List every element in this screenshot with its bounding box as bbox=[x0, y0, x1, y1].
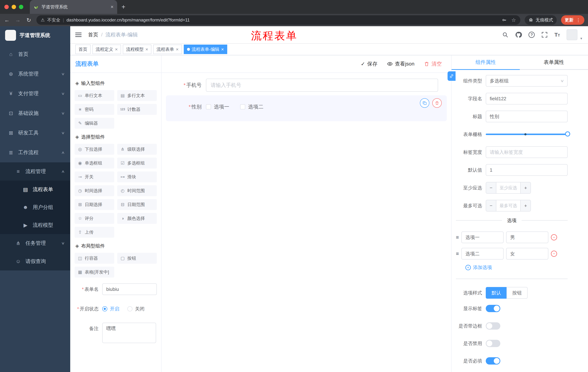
default-value-input[interactable] bbox=[486, 164, 568, 176]
add-option-button[interactable]: + 添加选项 bbox=[465, 264, 568, 271]
status-radio-off[interactable]: 关闭 bbox=[127, 306, 145, 312]
sidebar-item-process-management[interactable]: ≡ 流程管理 ∧ bbox=[0, 162, 70, 181]
forward-icon[interactable]: → bbox=[15, 17, 21, 23]
sidebar-item-process-model[interactable]: ▶ 流程模型 bbox=[0, 216, 70, 234]
field-name-input[interactable] bbox=[486, 93, 568, 105]
sidebar-item-process-form[interactable]: ▤ 流程表单 bbox=[0, 181, 70, 198]
form-remark-textarea[interactable]: 嘿嘿 bbox=[102, 323, 156, 343]
option-1-value-input[interactable] bbox=[506, 232, 548, 243]
decrease-button[interactable]: − bbox=[486, 200, 496, 211]
palette-item-color-picker[interactable]: ◑颜色选择 bbox=[117, 213, 157, 224]
option-2-value-input[interactable] bbox=[506, 248, 548, 260]
back-icon[interactable]: ← bbox=[4, 17, 10, 23]
palette-item-cascader[interactable]: ⋔级联选择 bbox=[117, 144, 157, 155]
link-tag[interactable] bbox=[448, 71, 456, 81]
min-select-input[interactable] bbox=[496, 182, 520, 193]
sidebar-item-user-group[interactable]: ☻ 用户分组 bbox=[0, 198, 70, 216]
show-label-toggle[interactable] bbox=[486, 305, 500, 312]
close-window-button[interactable] bbox=[4, 5, 9, 9]
sidebar-item-task-management[interactable]: ⋔ 任务管理 ∨ bbox=[0, 234, 70, 252]
browser-tab[interactable]: 芋道管理系统 × bbox=[30, 0, 117, 14]
field-gender-selected[interactable]: *性别 选项一 选项二 bbox=[166, 95, 447, 121]
option-2-label-input[interactable] bbox=[461, 248, 504, 260]
drag-handle-icon[interactable]: ≡ bbox=[456, 251, 459, 257]
palette-item-editor[interactable]: ✎编辑器 bbox=[74, 118, 114, 129]
drag-handle-icon[interactable]: ≡ bbox=[456, 234, 459, 240]
fullscreen-icon[interactable] bbox=[541, 32, 548, 38]
style-default-button[interactable]: 默认 bbox=[486, 287, 507, 299]
decrease-button[interactable]: − bbox=[486, 182, 496, 193]
max-select-input[interactable] bbox=[496, 200, 520, 211]
tab-component-props[interactable]: 组件属性 bbox=[452, 55, 520, 70]
delete-field-button[interactable] bbox=[432, 98, 442, 108]
new-tab-button[interactable]: + bbox=[122, 3, 125, 11]
sidebar-item-payment[interactable]: ¥ 支付管理 ∨ bbox=[0, 84, 70, 103]
save-button[interactable]: ✓ 保存 bbox=[361, 60, 377, 67]
view-json-button[interactable]: 查看json bbox=[387, 60, 414, 67]
palette-item-checkbox-group[interactable]: ☑多选框组 bbox=[117, 158, 157, 169]
palette-item-single-text[interactable]: ▭单行文本 bbox=[74, 90, 114, 101]
sidebar-item-devtools[interactable]: ⊠ 研发工具 ∨ bbox=[0, 123, 70, 143]
copy-field-button[interactable] bbox=[420, 98, 429, 108]
github-icon[interactable] bbox=[515, 31, 522, 38]
component-type-select[interactable]: 多选框组 ∨ bbox=[486, 75, 568, 87]
palette-item-time-picker[interactable]: ◷时间选择 bbox=[74, 185, 114, 196]
palette-item-date-picker[interactable]: ⊞日期选择 bbox=[74, 199, 114, 210]
tab-close-icon[interactable]: × bbox=[111, 4, 114, 10]
grid-slider[interactable] bbox=[486, 128, 568, 140]
title-input[interactable] bbox=[486, 111, 568, 122]
option-1-label-input[interactable] bbox=[461, 232, 504, 243]
key-icon[interactable] bbox=[502, 17, 507, 23]
style-button-button[interactable]: 按钮 bbox=[506, 287, 528, 299]
update-button[interactable]: 更新 ⋮ bbox=[561, 15, 584, 25]
palette-item-switch[interactable]: ⊸开关 bbox=[74, 171, 114, 182]
maximize-window-button[interactable] bbox=[19, 5, 23, 9]
checkbox-option-2[interactable]: 选项二 bbox=[240, 103, 263, 110]
palette-item-time-range[interactable]: ◴时间范围 bbox=[117, 185, 157, 196]
border-toggle[interactable] bbox=[486, 322, 500, 329]
palette-item-table[interactable]: ▦表格[开发中] bbox=[74, 267, 114, 277]
form-name-input[interactable] bbox=[102, 283, 157, 295]
url-text[interactable]: dashboard.yudao.iocoder.cn/bpm/manager/f… bbox=[67, 18, 190, 22]
text-size-icon[interactable]: TT bbox=[554, 32, 560, 38]
required-toggle[interactable] bbox=[486, 357, 500, 364]
reload-icon[interactable]: ↻ bbox=[25, 17, 32, 23]
slider-handle[interactable] bbox=[565, 131, 570, 137]
palette-item-radio-group[interactable]: ◉单选框组 bbox=[74, 158, 114, 169]
avatar-caret-icon[interactable]: ▾ bbox=[580, 36, 582, 41]
sidebar-item-workflow[interactable]: ≣ 工作流程 ∧ bbox=[0, 143, 70, 162]
palette-item-rate[interactable]: ☆评分 bbox=[74, 213, 114, 224]
sidebar-item-system[interactable]: ⊛ 系统管理 ∨ bbox=[0, 64, 70, 84]
field-phone[interactable]: *手机号 bbox=[166, 79, 447, 92]
checkbox-option-1[interactable]: 选项一 bbox=[206, 103, 229, 110]
address-bar[interactable]: ⚠ 不安全 | dashboard.yudao.iocoder.cn/bpm/m… bbox=[36, 15, 520, 25]
palette-item-select[interactable]: ◎下拉选择 bbox=[74, 144, 114, 155]
breadcrumb-home[interactable]: 首页 bbox=[88, 31, 98, 38]
increase-button[interactable]: + bbox=[520, 182, 531, 193]
tag-close-icon[interactable]: × bbox=[115, 47, 118, 52]
remove-option-button[interactable]: − bbox=[551, 234, 557, 240]
search-icon[interactable] bbox=[502, 32, 508, 38]
bookmark-star-icon[interactable]: ☆ bbox=[511, 17, 516, 23]
tag-process-definition[interactable]: 流程定义 × bbox=[92, 45, 121, 54]
tag-process-form-edit[interactable]: 流程表单-编辑 × bbox=[184, 45, 227, 54]
sidebar-item-leave-query[interactable]: ☺ 请假查询 bbox=[0, 252, 70, 270]
increase-button[interactable]: + bbox=[520, 200, 531, 211]
clear-button[interactable]: 清空 bbox=[424, 60, 442, 67]
label-width-input[interactable] bbox=[486, 146, 568, 158]
palette-item-multi-text[interactable]: ▤多行文本 bbox=[117, 90, 157, 101]
browser-menu-icon[interactable]: ⋮ bbox=[576, 17, 581, 23]
tag-home[interactable]: 首页 bbox=[75, 45, 91, 54]
tag-process-form[interactable]: 流程表单 × bbox=[153, 45, 182, 54]
sidebar-item-infrastructure[interactable]: ⊡ 基础设施 ∨ bbox=[0, 103, 70, 123]
tag-close-icon[interactable]: × bbox=[176, 47, 178, 52]
minimize-window-button[interactable] bbox=[12, 5, 16, 9]
palette-item-slider[interactable]: ⊶滑块 bbox=[117, 171, 157, 182]
remove-option-button[interactable]: − bbox=[551, 251, 557, 257]
sidebar-item-home[interactable]: ⌂ 首页 bbox=[0, 44, 70, 64]
palette-item-counter[interactable]: 123计数器 bbox=[117, 104, 157, 115]
tag-close-icon[interactable]: × bbox=[221, 47, 224, 52]
palette-item-upload[interactable]: ⇧上传 bbox=[74, 227, 114, 238]
palette-item-row-container[interactable]: ◫行容器 bbox=[74, 253, 114, 264]
tag-close-icon[interactable]: × bbox=[145, 47, 148, 52]
